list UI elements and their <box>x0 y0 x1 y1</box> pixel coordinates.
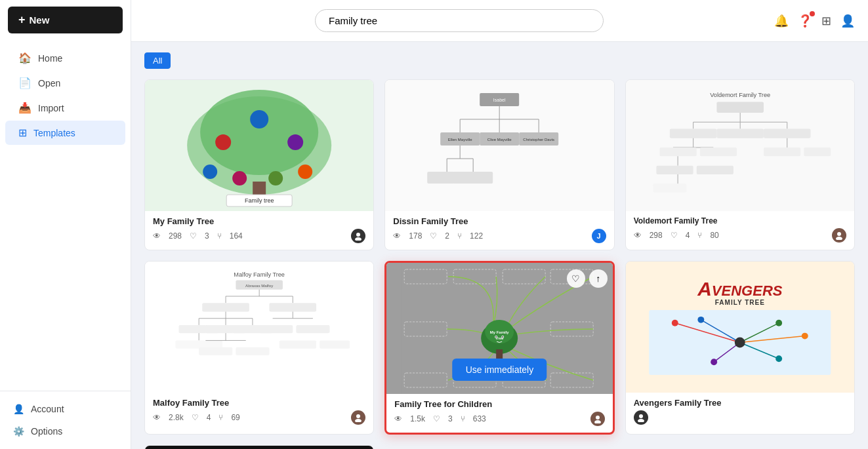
heart-icon: ♡ <box>671 231 678 240</box>
notifications-button[interactable]: 🔔 <box>774 14 789 28</box>
svg-rect-46 <box>659 147 696 156</box>
svg-rect-49 <box>764 147 800 156</box>
new-button[interactable]: + New <box>8 7 123 33</box>
sidebar-bottom: 👤 Account ⚙️ Options <box>0 391 131 449</box>
svg-rect-102 <box>496 349 503 359</box>
use-immediately-button[interactable]: Use immediately <box>453 359 547 381</box>
template-card-avengers[interactable]: AVENGERS FAMILY TREE <box>625 261 855 435</box>
svg-point-109 <box>596 416 600 420</box>
options-label: Options <box>31 426 62 437</box>
plus-icon: + <box>18 13 26 27</box>
filter-all-button[interactable]: All <box>144 52 171 69</box>
svg-point-14 <box>355 237 362 241</box>
sidebar-item-home[interactable]: 🏠 Home <box>5 46 125 70</box>
template-card-children[interactable]: My Family Tree ♡ ↑ Use immediately <box>384 261 614 435</box>
open-icon: 📄 <box>18 77 31 89</box>
remixes-count: 633 <box>473 414 486 423</box>
svg-point-8 <box>232 171 247 185</box>
user-menu-button[interactable]: 👤 <box>840 14 855 28</box>
heart-icon: ♡ <box>192 413 199 422</box>
svg-point-110 <box>594 420 601 423</box>
svg-text:Christopher Davis: Christopher Davis <box>524 138 555 142</box>
card-title: Malfoy Family Tree <box>153 398 365 408</box>
avatar <box>832 228 846 243</box>
card-thumbnail: My Family Tree ♡ ↑ Use immediately <box>386 263 612 394</box>
sidebar-item-label: Home <box>38 53 62 64</box>
options-item[interactable]: ⚙️ Options <box>5 420 125 442</box>
card-info: Avengers Family Tree <box>626 393 854 431</box>
svg-point-10 <box>298 165 312 179</box>
likes-count: 3 <box>205 231 209 241</box>
template-card-martell[interactable]: Martell Family Tree <box>144 445 374 449</box>
likes-count: 4 <box>207 413 211 422</box>
eye-icon: 👁 <box>153 413 161 422</box>
svg-point-6 <box>287 134 303 150</box>
svg-rect-66 <box>269 303 316 311</box>
apps-button[interactable]: ⊞ <box>821 14 831 28</box>
family-tree-svg: Family tree <box>145 80 373 211</box>
card-stats: 👁 298 ♡ 4 ⑂ 80 <box>634 228 846 243</box>
help-button[interactable]: ❓ <box>798 14 812 28</box>
svg-point-125 <box>639 414 643 418</box>
svg-point-4 <box>250 110 268 128</box>
svg-point-1 <box>200 90 318 175</box>
likes-count: 3 <box>448 414 453 423</box>
card-stats: 👁 2.8k ♡ 4 ⑂ 69 <box>153 410 365 425</box>
account-item[interactable]: 👤 Account <box>5 398 125 420</box>
svg-rect-35 <box>716 102 764 113</box>
sidebar-item-open[interactable]: 📄 Open <box>5 71 125 95</box>
likes-count: 2 <box>445 231 449 241</box>
share-button[interactable]: ↑ <box>589 269 608 288</box>
card-thumbnail: Isabel Ellen Mayville Clive Mayville Chr… <box>385 80 613 211</box>
header-icons: 🔔 ❓ ⊞ 👤 <box>774 14 855 28</box>
options-icon: ⚙️ <box>13 426 24 437</box>
svg-point-13 <box>356 233 360 237</box>
svg-point-122 <box>711 359 717 365</box>
card-info: Dissin Family Tree 👁 178 ♡ 2 ⑂ 122 J <box>385 211 613 250</box>
svg-point-107 <box>495 336 497 338</box>
avatar: J <box>592 229 606 243</box>
content-area: All <box>131 42 868 449</box>
svg-point-56 <box>837 232 841 236</box>
svg-point-126 <box>638 419 644 422</box>
template-card-voldemort[interactable]: Voldemort Family Tree <box>625 79 855 250</box>
remixes-count: 69 <box>231 413 239 422</box>
heart-button[interactable]: ♡ <box>567 269 585 288</box>
new-label: New <box>30 14 50 26</box>
svg-point-124 <box>735 338 745 348</box>
apps-icon: ⊞ <box>821 14 831 28</box>
svg-point-108 <box>502 336 503 338</box>
card-title: My Family Tree <box>153 216 365 226</box>
remixes-count: 122 <box>470 231 483 241</box>
filter-row: All <box>144 52 855 69</box>
svg-point-57 <box>836 237 842 240</box>
views-count: 298 <box>650 231 663 240</box>
svg-point-9 <box>268 171 283 185</box>
heart-icon: ♡ <box>430 231 437 241</box>
template-card-dissin[interactable]: Isabel Ellen Mayville Clive Mayville Chr… <box>384 79 614 250</box>
template-card-my-family-tree[interactable]: Family tree My Family Tree 👁 298 ♡ 3 ⑂ 1… <box>144 79 374 250</box>
svg-point-118 <box>672 320 678 326</box>
branch-icon: ⑂ <box>217 231 222 241</box>
card-stats: 👁 1.5k ♡ 3 ⑂ 633 <box>394 412 604 426</box>
sidebar-item-import[interactable]: 📥 Import <box>5 96 125 120</box>
views-count: 1.5k <box>410 414 425 423</box>
eye-icon: 👁 <box>634 231 642 240</box>
svg-text:Abraxas Malfoy: Abraxas Malfoy <box>245 283 274 288</box>
avatar <box>590 412 605 426</box>
views-count: 178 <box>409 231 422 241</box>
help-icon: ❓ <box>798 14 812 28</box>
svg-rect-77 <box>259 325 293 333</box>
svg-text:Family tree: Family tree <box>245 197 274 204</box>
sidebar-item-templates[interactable]: ⊞ Templates <box>5 121 125 145</box>
card-info: My Family Tree 👁 298 ♡ 3 ⑂ 164 <box>145 211 373 250</box>
search-input[interactable] <box>315 9 604 32</box>
svg-rect-65 <box>202 303 249 311</box>
card-thumbnail: Martell Family Tree <box>145 446 373 449</box>
avengers-title: AVENGERS <box>697 279 782 299</box>
svg-rect-83 <box>199 347 232 355</box>
template-card-malfoy[interactable]: Malfoy Family Tree Abraxas Malfoy <box>144 261 374 435</box>
svg-rect-33 <box>453 172 493 184</box>
notification-badge <box>810 11 815 16</box>
sidebar: + New 🏠 Home 📄 Open 📥 Import ⊞ Templates… <box>0 0 131 449</box>
